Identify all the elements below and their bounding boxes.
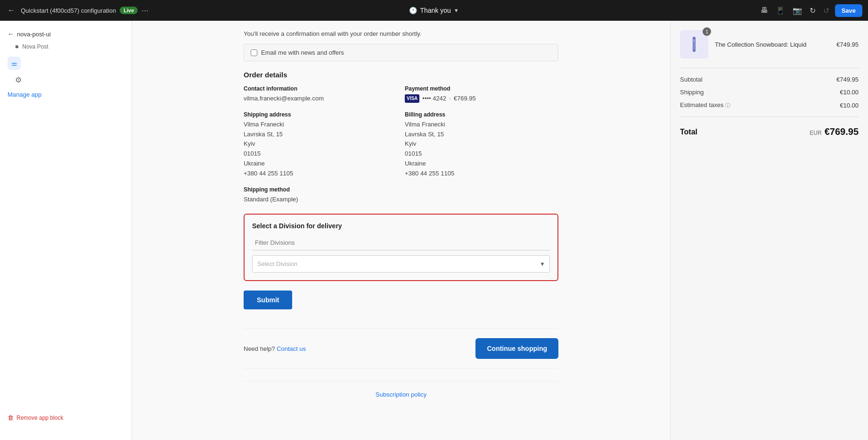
payment-value: VISA •••• 4242 · €769.95 <box>405 94 476 104</box>
taxes-info-icon[interactable]: ⓘ <box>725 102 730 108</box>
details-grid: Contact information vilma.franecki@examp… <box>244 85 558 204</box>
filter-divisions-input[interactable] <box>252 235 550 250</box>
product-image-svg <box>685 35 704 54</box>
product-row: 1 The Collection Snowboard: Liquid €749.… <box>680 30 859 58</box>
visa-icon: VISA <box>405 94 419 103</box>
taxes-value: €10.00 <box>840 102 859 109</box>
billing-name: Vilma Franecki <box>405 120 558 130</box>
clock-icon: 🕐 <box>409 7 417 14</box>
remove-app-label: Remove app block <box>16 415 63 421</box>
submit-button[interactable]: Submit <box>244 291 292 309</box>
shipping-method-value: Standard (Example) <box>244 195 397 205</box>
thank-you-label: Thank you <box>420 7 450 14</box>
product-price: €749.95 <box>836 41 859 48</box>
shipping-phone: +380 44 255 1105 <box>244 169 397 179</box>
submit-wrapper: Submit <box>244 291 558 324</box>
total-label: Total <box>680 128 697 136</box>
topbar: ← Quickstart (4f00cd57) configuration Li… <box>0 0 868 21</box>
email-checkbox-label[interactable]: Email me with news and offers <box>261 49 344 56</box>
live-badge: Live <box>120 7 138 14</box>
svg-rect-2 <box>694 40 695 42</box>
taxes-row: Estimated taxes ⓘ €10.00 <box>680 99 859 112</box>
shipping-zip: 01015 <box>244 149 397 159</box>
remove-app-block-button[interactable]: 🗑 Remove app block <box>0 410 71 425</box>
topbar-center: 🕐 Thank you ▼ <box>409 7 459 14</box>
content-wrapper: You'll receive a confirmation email with… <box>132 21 868 440</box>
total-value-wrapper: EUR €769.95 <box>810 126 859 137</box>
layout: ← nova-post-ui ■ Nova Post ⚌ ⚙ Manage ap… <box>0 21 868 440</box>
email-checkbox-row: Email me with news and offers <box>244 44 558 61</box>
manage-app-link[interactable]: Manage app <box>0 87 131 102</box>
trash-icon: 🗑 <box>8 414 14 421</box>
billing-zip: 01015 <box>405 149 558 159</box>
shipping-method-col: Shipping method Standard (Example) <box>244 186 397 205</box>
redo-icon[interactable]: ↺ <box>821 4 831 17</box>
email-news-checkbox[interactable] <box>251 50 257 56</box>
card-dots: •••• 4242 <box>422 94 446 104</box>
topbar-right: 🖶 📱 📷 ↻ ↺ Save <box>464 4 862 17</box>
total-currency: EUR <box>810 130 821 136</box>
billing-address-label: Billing address <box>405 111 558 118</box>
summary-divider-2 <box>680 116 859 117</box>
plugin-icon: ⚌ <box>11 59 17 67</box>
payment-total: €769.95 <box>454 94 476 104</box>
app-icon: ■ <box>15 43 18 50</box>
contact-label: Contact information <box>244 85 397 92</box>
division-select[interactable]: Select Division <box>252 255 550 273</box>
product-name: The Collection Snowboard: Liquid <box>715 41 830 48</box>
shipping-address-label: Shipping address <box>244 111 397 118</box>
contact-value: vilma.franecki@example.com <box>244 94 397 104</box>
sidebar-back-link[interactable]: ← nova-post-ui <box>0 26 131 42</box>
continue-shopping-button[interactable]: Continue shopping <box>475 338 558 359</box>
sidebar-nova-post-row: ■ Nova Post <box>0 42 131 54</box>
subtotal-label: Subtotal <box>680 76 703 83</box>
back-icon[interactable]: ← <box>6 4 17 17</box>
shipping-address-value: Vilma Franecki Lavrska St, 15 Kyiv 01015… <box>244 120 397 179</box>
sidebar-app-name: nova-post-ui <box>17 31 51 38</box>
billing-city: Kyiv <box>405 139 558 149</box>
chevron-down-icon[interactable]: ▼ <box>454 8 459 13</box>
config-title: Quickstart (4f00cd57) configuration <box>21 7 116 14</box>
back-arrow-icon: ← <box>8 30 14 38</box>
sidebar: ← nova-post-ui ■ Nova Post ⚌ ⚙ Manage ap… <box>0 21 132 440</box>
billing-address-value: Vilma Franecki Lavrska St, 15 Kyiv 01015… <box>405 120 558 179</box>
shipping-name: Vilma Franecki <box>244 120 397 130</box>
shipping-address-col: Shipping address Vilma Franecki Lavrska … <box>244 111 397 179</box>
desktop-icon[interactable]: 🖶 <box>759 4 770 17</box>
need-help-label: Need help? <box>244 345 275 352</box>
subtotal-value: €749.95 <box>836 76 859 83</box>
order-details-section: Order details Contact information vilma.… <box>244 71 558 204</box>
save-button[interactable]: Save <box>835 4 862 17</box>
shipping-city: Kyiv <box>244 139 397 149</box>
payment-amount: · <box>449 94 451 104</box>
shipping-country: Ukraine <box>244 159 397 169</box>
sidebar-plugin-icon-btn[interactable]: ⚌ <box>8 57 21 70</box>
shipping-label: Shipping <box>680 89 704 96</box>
division-title: Select a Division for delivery <box>252 222 550 230</box>
mobile-icon[interactable]: 📷 <box>791 4 804 17</box>
tablet-icon[interactable]: 📱 <box>774 4 787 17</box>
undo-icon[interactable]: ↻ <box>808 4 818 17</box>
contact-col: Contact information vilma.franecki@examp… <box>244 85 397 104</box>
topbar-left: ← Quickstart (4f00cd57) configuration Li… <box>6 4 404 17</box>
sidebar-app-label: Nova Post <box>22 43 48 50</box>
product-image: 1 <box>680 30 708 58</box>
sidebar-gear-icon[interactable]: ⚙ <box>8 72 29 88</box>
summary-divider-1 <box>680 68 859 68</box>
footer-row: Need help? Contact us Continue shopping <box>244 328 558 368</box>
confirmation-text: You'll receive a confirmation email with… <box>244 30 558 37</box>
more-options-icon[interactable]: ··· <box>141 6 148 16</box>
total-row: Total EUR €769.95 <box>680 122 859 142</box>
total-value: €769.95 <box>825 126 859 137</box>
shipping-street: Lavrska St, 15 <box>244 130 397 140</box>
order-summary-panel: 1 The Collection Snowboard: Liquid €749.… <box>670 21 868 440</box>
product-quantity-badge: 1 <box>703 27 711 36</box>
contact-us-link[interactable]: Contact us <box>277 345 306 352</box>
payment-col: Payment method VISA •••• 4242 · €769.95 <box>405 85 558 104</box>
shipping-method-label: Shipping method <box>244 186 397 193</box>
division-section: Select a Division for delivery Select Di… <box>244 214 558 281</box>
main-area: You'll receive a confirmation email with… <box>132 21 670 440</box>
subscription-policy-link[interactable]: Subscription policy <box>244 381 558 407</box>
shipping-value: €10.00 <box>840 89 859 96</box>
billing-address-col: Billing address Vilma Franecki Lavrska S… <box>405 111 558 179</box>
